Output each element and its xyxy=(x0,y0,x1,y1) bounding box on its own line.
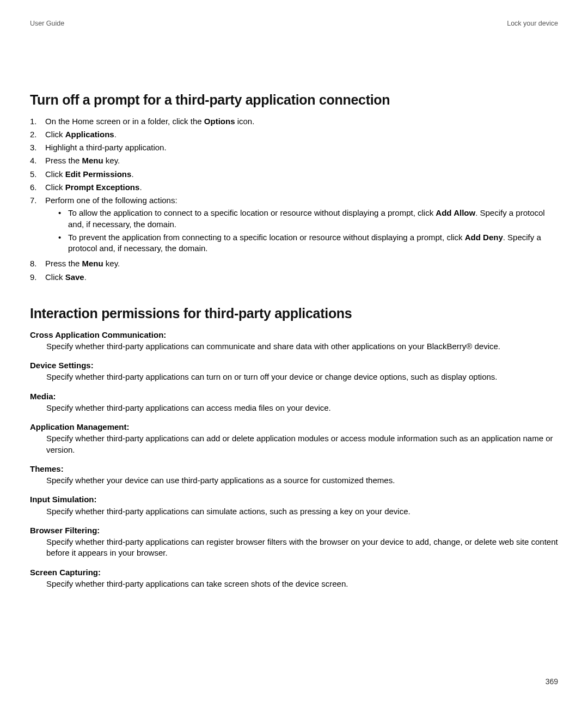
step-text-pre: Click xyxy=(45,169,65,179)
step-content: Click Save. xyxy=(45,272,558,283)
step-text: Click Edit Permissions. xyxy=(45,169,558,180)
step-text-post: . xyxy=(131,169,133,179)
step-content: Press the Menu key. xyxy=(45,258,558,269)
step-content: Click Prompt Exceptions. xyxy=(45,182,558,193)
definition-block: Input Simulation:Specify whether third-p… xyxy=(30,494,558,517)
definition-term: Browser Filtering: xyxy=(30,525,558,536)
definition-description: Specify whether third-party applications… xyxy=(30,372,558,382)
step-number: 4. xyxy=(30,155,45,166)
definition-term: Screen Capturing: xyxy=(30,567,558,578)
step-text-pre: Click xyxy=(45,272,65,282)
definition-term: Themes: xyxy=(30,464,558,474)
definition-description: Specify whether third-party applications… xyxy=(30,403,558,413)
definition-block: Cross Application Communication:Specify … xyxy=(30,330,558,352)
step-text-pre: Highlight a third-party application. xyxy=(45,143,167,152)
step-text: Click Save. xyxy=(45,272,558,283)
step-text-post: . xyxy=(139,182,142,192)
definition-description: Specify whether third-party applications… xyxy=(30,579,558,589)
definition-description: Specify whether third-party applications… xyxy=(30,433,558,455)
step-text-pre: Perform one of the following actions: xyxy=(45,196,177,205)
step-text: Press the Menu key. xyxy=(45,155,558,166)
step-item: 7.Perform one of the following actions:T… xyxy=(30,195,558,256)
definition-block: Screen Capturing:Specify whether third-p… xyxy=(30,567,558,590)
section2-title: Interaction permissions for third-party … xyxy=(30,305,558,323)
step-text: Click Applications. xyxy=(45,129,558,140)
sub-item: To allow the application to connect to a… xyxy=(58,208,558,230)
step-text-bold: Options xyxy=(204,117,235,126)
step-number: 3. xyxy=(30,142,45,153)
step-item: 1.On the Home screen or in a folder, cli… xyxy=(30,116,558,127)
step-content: Press the Menu key. xyxy=(45,155,558,166)
step-number: 1. xyxy=(30,116,45,127)
sub-text-pre: To prevent the application from connecti… xyxy=(68,233,465,242)
step-text-pre: On the Home screen or in a folder, click… xyxy=(45,117,204,126)
definition-description: Specify whether your device can use thir… xyxy=(30,475,558,486)
step-text-bold: Save xyxy=(65,272,84,282)
step-text-post: key. xyxy=(103,259,120,268)
definition-description: Specify whether third-party applications… xyxy=(30,506,558,517)
definition-term: Media: xyxy=(30,391,558,402)
step-text-post: . xyxy=(84,272,87,282)
step-item: 8.Press the Menu key. xyxy=(30,258,558,269)
step-content: Click Applications. xyxy=(45,129,558,140)
step-content: Highlight a third-party application. xyxy=(45,142,558,153)
step-text: Highlight a third-party application. xyxy=(45,142,558,153)
sub-list: To allow the application to connect to a… xyxy=(58,208,558,254)
definition-block: Browser Filtering:Specify whether third-… xyxy=(30,525,558,559)
sub-text-pre: To allow the application to connect to a… xyxy=(68,208,436,217)
step-text: Click Prompt Exceptions. xyxy=(45,182,558,193)
step-item: 9.Click Save. xyxy=(30,272,558,283)
definition-block: Media:Specify whether third-party applic… xyxy=(30,391,558,414)
step-item: 4.Press the Menu key. xyxy=(30,155,558,166)
step-content: On the Home screen or in a folder, click… xyxy=(45,116,558,127)
step-number: 8. xyxy=(30,258,45,269)
step-text-bold: Edit Permissions xyxy=(65,169,132,179)
page-header: User Guide Lock your device xyxy=(30,19,558,28)
page-number: 369 xyxy=(546,677,558,687)
step-text-post: icon. xyxy=(235,117,254,126)
definition-description: Specify whether third-party applications… xyxy=(30,537,558,559)
step-text: On the Home screen or in a folder, click… xyxy=(45,116,558,127)
step-text-bold: Menu xyxy=(82,156,103,165)
definition-block: Application Management:Specify whether t… xyxy=(30,422,558,455)
step-number: 5. xyxy=(30,169,45,180)
step-text: Press the Menu key. xyxy=(45,258,558,269)
sub-text-bold: Add Deny xyxy=(465,233,503,242)
step-number: 7. xyxy=(30,195,45,206)
step-text-pre: Press the xyxy=(45,259,82,268)
step-text-bold: Prompt Exceptions xyxy=(65,182,140,192)
definitions-list: Cross Application Communication:Specify … xyxy=(30,330,558,590)
header-right: Lock your device xyxy=(507,19,558,28)
header-left: User Guide xyxy=(30,19,64,28)
definition-term: Application Management: xyxy=(30,422,558,433)
step-number: 6. xyxy=(30,182,45,193)
definition-term: Input Simulation: xyxy=(30,494,558,505)
step-number: 2. xyxy=(30,129,45,140)
step-item: 5.Click Edit Permissions. xyxy=(30,169,558,180)
step-text: Perform one of the following actions: xyxy=(45,195,558,206)
definition-block: Themes:Specify whether your device can u… xyxy=(30,464,558,486)
definition-term: Device Settings: xyxy=(30,360,558,371)
definition-term: Cross Application Communication: xyxy=(30,330,558,340)
steps-list: 1.On the Home screen or in a folder, cli… xyxy=(30,116,558,283)
step-content: Perform one of the following actions:To … xyxy=(45,195,558,256)
sub-item: To prevent the application from connecti… xyxy=(58,232,558,254)
section1-title: Turn off a prompt for a third-party appl… xyxy=(30,91,558,109)
step-text-pre: Click xyxy=(45,130,65,139)
step-text-post: key. xyxy=(103,156,120,165)
step-text-bold: Applications xyxy=(65,130,114,139)
definition-description: Specify whether third-party applications… xyxy=(30,341,558,352)
step-text-pre: Click xyxy=(45,182,65,192)
sub-text-bold: Add Allow xyxy=(436,208,475,217)
step-item: 3.Highlight a third-party application. xyxy=(30,142,558,153)
step-content: Click Edit Permissions. xyxy=(45,169,558,180)
step-text-post: . xyxy=(114,130,117,139)
step-number: 9. xyxy=(30,272,45,283)
step-text-bold: Menu xyxy=(82,259,103,268)
step-item: 2.Click Applications. xyxy=(30,129,558,140)
step-text-pre: Press the xyxy=(45,156,82,165)
definition-block: Device Settings:Specify whether third-pa… xyxy=(30,360,558,383)
step-item: 6.Click Prompt Exceptions. xyxy=(30,182,558,193)
